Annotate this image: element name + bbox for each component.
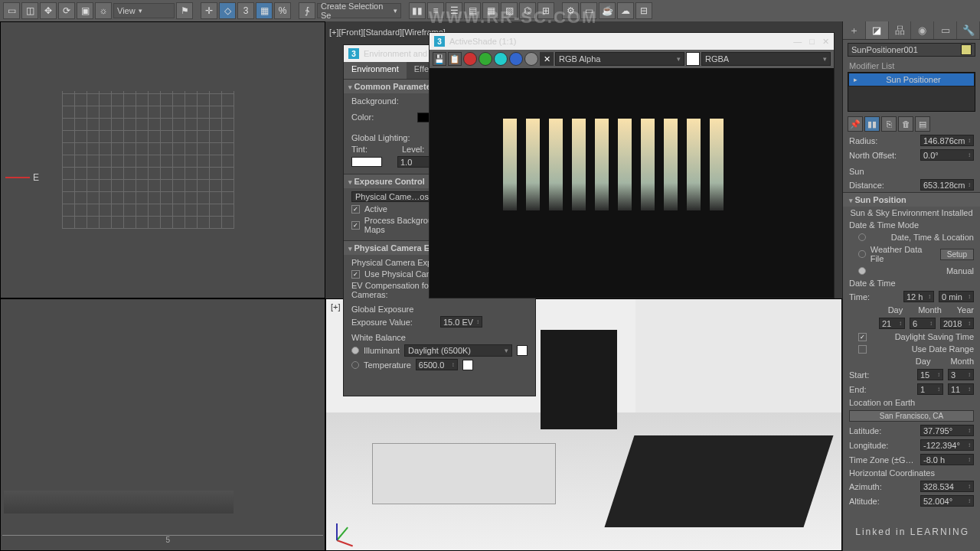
tool-snap-3d[interactable]: 3 [237,2,254,19]
named-selset-label: Create Selection Se [321,2,390,20]
process-bg-checkbox[interactable] [351,221,360,230]
timeline-ruler[interactable]: 5 [2,535,323,547]
tool-schematic[interactable]: ⌬ [519,2,536,19]
illuminant-swatch[interactable] [517,345,528,356]
tool-pivot[interactable]: ⚑ [176,2,193,19]
tool-placement[interactable]: ☼ [95,2,112,19]
viewport-top[interactable]: E [0,21,325,298]
end-label: End: [849,385,913,394]
save-image-button[interactable]: 💾 [433,52,446,66]
object-name-field[interactable]: SunPositioner001 [848,43,975,57]
az-label: Azimuth: [849,482,916,491]
tab-create[interactable]: ＋ [843,21,866,39]
mode-dtl-radio[interactable] [858,233,866,241]
tool-mirror[interactable]: ▮▮ [409,2,426,19]
rollout-sunposition[interactable]: Sun Position [843,192,980,207]
tool-snap-toggle[interactable]: ▦ [256,2,273,19]
use-physcam-checkbox[interactable] [351,270,360,279]
tool-rotate[interactable]: ⟳ [58,2,75,19]
make-unique-button[interactable]: ⎘ [881,116,897,132]
tab-motion[interactable]: ◉ [911,21,934,39]
north-spinner[interactable]: 0.0° [920,149,974,161]
tab-utilities[interactable]: 🔧 [957,21,980,39]
copy-image-button[interactable]: 📋 [448,52,462,66]
mode-dtl-label: Date, Time & Location [891,233,974,242]
close-button[interactable]: ✕ [822,37,829,47]
tab-environment[interactable]: Environment [344,62,407,79]
radius-label: Radius: [849,136,916,145]
mode-wdf-label: Weather Data File [871,245,936,263]
show-end-result-button[interactable]: ▮▮ [864,116,880,132]
tool-render[interactable]: ☕ [599,2,616,19]
tool-move[interactable]: ✥ [40,2,57,19]
mode-wdf-radio[interactable] [858,250,866,258]
tool-toggle2[interactable]: ▨ [501,2,518,19]
maximize-button[interactable]: □ [809,37,815,47]
minimize-button[interactable]: — [793,37,802,47]
mode-manual-radio[interactable] [858,267,866,275]
temperature-radio[interactable] [351,361,359,369]
tool-curve[interactable]: ∱ [299,2,315,19]
alt-label: Altitude: [849,497,916,506]
radius-spinner[interactable]: 146.876cm [920,135,974,146]
remove-modifier-button[interactable]: 🗑 [898,116,913,132]
tab-hierarchy[interactable]: 品 [889,21,912,39]
render-output[interactable] [430,68,834,298]
setup-button[interactable]: Setup [940,249,974,260]
channel-green-button[interactable] [479,52,492,66]
active-checkbox[interactable] [351,205,360,214]
tab-modify[interactable]: ◪ [866,21,889,39]
distance-spinner[interactable]: 653.128cm [920,179,974,191]
day-header: Day [888,305,903,315]
exposure-value-spinner[interactable]: 15.0 EV [440,316,482,328]
pin-stack-button[interactable]: 📌 [848,116,863,132]
clear-button[interactable]: ✕ [540,52,554,66]
tool-percent[interactable]: % [274,2,291,19]
illuminant-radio[interactable] [351,347,359,354]
stack-item-sunpositioner[interactable]: ▸ Sun Positioner [848,73,975,86]
end-day-spinner: 1 [917,383,943,395]
object-color-swatch[interactable] [961,44,972,55]
tool-select[interactable]: ▭ [3,2,20,19]
channel-red-button[interactable] [463,52,477,66]
tool-snap-move[interactable]: ✛ [201,2,217,19]
coord-space-dropdown[interactable]: View [113,3,175,18]
tick [243,536,323,547]
time-label: Time: [849,292,899,302]
tool-cloud[interactable]: ☁ [617,2,634,19]
channel-mono-button[interactable] [524,52,538,66]
named-selset-dropdown[interactable]: Create Selection Se [317,3,401,18]
alt-spinner[interactable]: 52.004° [920,495,974,507]
configure-sets-button[interactable]: ▤ [915,116,930,132]
modifier-stack[interactable]: ▸ Sun Positioner [848,72,975,112]
az-spinner[interactable]: 328.534 [920,481,974,492]
tool-selectall[interactable]: ◫ [21,2,38,19]
expand-icon[interactable]: ▸ [854,76,858,83]
output-channel-dropdown[interactable]: RGBA [701,52,831,66]
display-channel-dropdown[interactable]: RGB Alpha [555,52,684,66]
month-header: Month [918,305,942,315]
tool-render-setup[interactable]: ⚙ [562,2,579,19]
channel-blue-button[interactable] [494,52,508,66]
tool-snap-angle[interactable]: ◇ [219,2,236,19]
tool-align[interactable]: ≡ [427,2,444,19]
tool-toggle1[interactable]: ▦ [482,2,499,19]
illuminant-dropdown[interactable]: Daylight (6500K) [404,344,512,357]
tool-last[interactable]: ⊟ [635,2,652,19]
tool-render-frame[interactable]: ▭ [580,2,597,19]
tint-swatch[interactable] [351,157,382,167]
tab-display[interactable]: ▭ [934,21,957,39]
channel-alpha-button[interactable] [509,52,523,66]
dst-checkbox [858,333,867,341]
bg-swatch[interactable] [686,52,700,66]
viewport-corner-menu[interactable]: [+] [331,302,341,311]
tick [2,536,83,547]
tool-layers[interactable]: ☰ [446,2,462,19]
tool-sceneexpl[interactable]: ▤ [464,2,481,19]
tool-mateditor[interactable]: ⊞ [537,2,554,19]
viewport-left[interactable]: 5 [0,298,325,551]
tool-scale[interactable]: ▣ [77,2,93,19]
modifier-list-label[interactable]: Modifier List [843,60,980,72]
activeshade-titlebar[interactable]: 3 ActiveShade (1:1) — □ ✕ [430,33,834,50]
activeshade-window[interactable]: 3 ActiveShade (1:1) — □ ✕ 💾 📋 ✕ RGB Alph… [429,32,835,298]
